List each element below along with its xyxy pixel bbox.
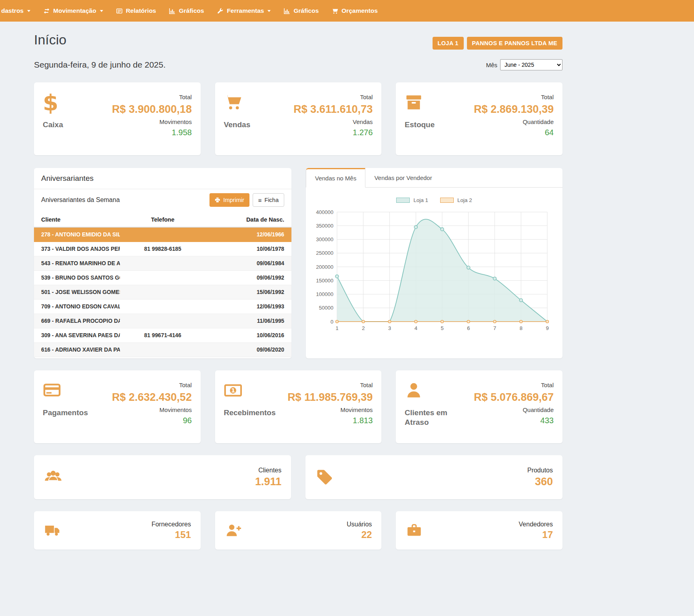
nav-item-ferramentas[interactable]: Ferramentas — [210, 0, 277, 22]
client-name: 278 - ANTONIO EMIDIO DA SILVA (PALE… — [34, 227, 120, 242]
client-name: 373 - VALDIR DOS ANJOS PEREIRA (AN… — [34, 242, 120, 256]
legend-item-loja2[interactable]: Loja 2 — [440, 197, 472, 203]
chevron-down-icon — [100, 10, 103, 12]
pagamentos-total: R$ 2.632.430,52 — [112, 391, 192, 404]
client-name: 309 - ANA SEVERINA PAES DA SILVA — [34, 328, 120, 343]
tab-vendas-por-vendedor[interactable]: Vendas por Vendedor — [365, 168, 441, 187]
client-phone — [120, 314, 206, 328]
col-data-nasc: Data de Nasc. — [205, 211, 291, 227]
legend-item-loja1[interactable]: Loja 1 — [396, 197, 428, 203]
nav-item-movimentacao[interactable]: Movimentação — [37, 0, 110, 22]
nav-label: Ferramentas — [227, 7, 264, 14]
caixa-total: R$ 3.900.800,18 — [112, 103, 192, 116]
company-button[interactable]: PANNOS E PANNOS LTDA ME — [467, 37, 562, 50]
client-phone: 81 99828-6185 — [120, 242, 206, 256]
svg-text:3: 3 — [388, 325, 391, 331]
client-birthdate: 09/06/1984 — [205, 256, 291, 271]
vendas-card: Vendas Total R$ 3.611.610,73 Vendas 1.27… — [215, 82, 382, 155]
client-phone — [120, 285, 206, 300]
clientes-atraso-total: R$ 5.076.869,67 — [474, 391, 554, 404]
count-label: Vendas — [293, 118, 373, 125]
tab-vendas-no-mes[interactable]: Vendas no Mês — [306, 168, 365, 188]
recebimentos-card: 1 Recebimentos Total R$ 11.985.769,39 Mo… — [215, 370, 382, 443]
caixa-count: 1.958 — [112, 128, 192, 137]
sales-chart: 0500001000001500002000002500003000003500… — [313, 207, 554, 335]
svg-text:7: 7 — [493, 325, 496, 331]
nav-item-orcamentos[interactable]: Orçamentos — [325, 0, 384, 22]
report-icon — [116, 8, 123, 14]
nav-label: dastros — [1, 7, 24, 14]
usuarios-label: Usuários — [347, 521, 372, 528]
nav-item-cadastros[interactable]: dastros — [0, 0, 37, 22]
chart-legend: Loja 1 Loja 2 — [313, 197, 555, 203]
recebimentos-label: Recebimentos — [224, 408, 276, 418]
tag-icon — [315, 468, 334, 486]
estoque-label: Estoque — [405, 120, 435, 130]
client-birthdate: 09/06/1992 — [205, 271, 291, 285]
nav-item-relatorios[interactable]: Relatórios — [110, 0, 163, 22]
ficha-label: Ficha — [265, 197, 279, 203]
birthdays-table: Cliente Telefone Data de Nasc. 278 - ANT… — [34, 211, 291, 357]
client-phone — [120, 256, 206, 271]
nav-label: Orçamentos — [341, 7, 377, 14]
fornecedores-card: Fornecedores 151 — [34, 511, 201, 550]
count-label: Movimentos — [112, 118, 192, 125]
svg-text:250000: 250000 — [316, 250, 333, 256]
table-row[interactable]: 669 - RAFAELA PROCOPIO DA SILVA CA… 11/0… — [34, 314, 291, 328]
cart-icon — [224, 94, 251, 112]
clientes-atraso-card: Clientes em Atraso Total R$ 5.076.869,67… — [396, 370, 562, 443]
client-birthdate: 12/06/1993 — [205, 300, 291, 314]
chevron-down-icon — [267, 10, 271, 12]
truck-icon — [44, 523, 61, 538]
cart-icon — [331, 8, 338, 14]
legend-label: Loja 1 — [413, 197, 428, 203]
nav-item-graficos[interactable]: Gráficos — [162, 0, 210, 22]
table-row[interactable]: 616 - ADRIANO XAVIER DA PAZ (PALAÚ) 09/0… — [34, 343, 291, 357]
table-row[interactable]: 278 - ANTONIO EMIDIO DA SILVA (PALE… 12/… — [34, 227, 291, 242]
count-label: Movimentos — [287, 406, 373, 413]
bar-chart-icon — [283, 8, 290, 14]
svg-text:150000: 150000 — [316, 278, 333, 284]
sales-tabs: Vendas no Mês Vendas por Vendedor — [306, 168, 562, 188]
table-row[interactable]: 373 - VALDIR DOS ANJOS PEREIRA (AN… 81 9… — [34, 242, 291, 256]
svg-text:6: 6 — [467, 325, 470, 331]
person-icon — [405, 382, 457, 400]
table-row[interactable]: 709 - ANTONIO EDSON CAVALCANTE D… 12/06/… — [34, 300, 291, 314]
ficha-button[interactable]: ≡ Ficha — [253, 193, 284, 207]
top-navigation: dastros Movimentação Relatórios Gráficos… — [0, 0, 694, 22]
caixa-card: $ Caixa Total R$ 3.900.800,18 Movimentos… — [34, 82, 201, 155]
client-birthdate: 12/06/1966 — [205, 227, 291, 242]
chevron-down-icon — [27, 10, 30, 12]
table-row[interactable]: 539 - BRUNO DOS SANTOS GOMES 09/06/1992 — [34, 271, 291, 285]
table-row[interactable]: 309 - ANA SEVERINA PAES DA SILVA 81 9967… — [34, 328, 291, 343]
produtos-value: 360 — [527, 476, 553, 488]
svg-text:300000: 300000 — [316, 236, 333, 242]
list-icon: ≡ — [258, 197, 262, 203]
total-label: Total — [293, 94, 373, 100]
nav-item-graficos-2[interactable]: Gráficos — [277, 0, 325, 22]
svg-text:200000: 200000 — [316, 264, 333, 270]
current-date: Segunda-feira, 9 de junho de 2025. — [34, 60, 166, 70]
vendas-total: R$ 3.611.610,73 — [293, 103, 373, 116]
client-birthdate: 10/06/2016 — [205, 328, 291, 343]
client-name: 616 - ADRIANO XAVIER DA PAZ (PALAÚ) — [34, 343, 120, 357]
vendedores-label: Vendedores — [519, 521, 553, 528]
briefcase-icon — [405, 523, 423, 538]
print-button[interactable]: Imprimir — [209, 193, 249, 207]
total-label: Total — [474, 94, 554, 100]
svg-text:1: 1 — [231, 387, 235, 394]
svg-text:0: 0 — [331, 319, 333, 325]
nav-label: Gráficos — [293, 7, 319, 14]
birthdays-title: Aniversariantes — [34, 168, 291, 189]
clientes-card: Clientes 1.911 — [34, 455, 291, 499]
svg-text:100000: 100000 — [316, 291, 333, 297]
printer-icon — [215, 197, 220, 203]
legend-label: Loja 2 — [457, 197, 472, 203]
month-select[interactable]: June - 2025 — [500, 59, 562, 70]
table-row[interactable]: 543 - RENATO MARINHO DE ARAUJO (F… 09/06… — [34, 256, 291, 271]
table-row[interactable]: 501 - JOSE WELISSON GOMES OLIVEIR… 15/06… — [34, 285, 291, 300]
store-button[interactable]: LOJA 1 — [433, 37, 464, 50]
client-phone — [120, 343, 206, 357]
estoque-total: R$ 2.869.130,39 — [474, 103, 554, 116]
usuarios-card: Usuários 22 — [215, 511, 382, 550]
